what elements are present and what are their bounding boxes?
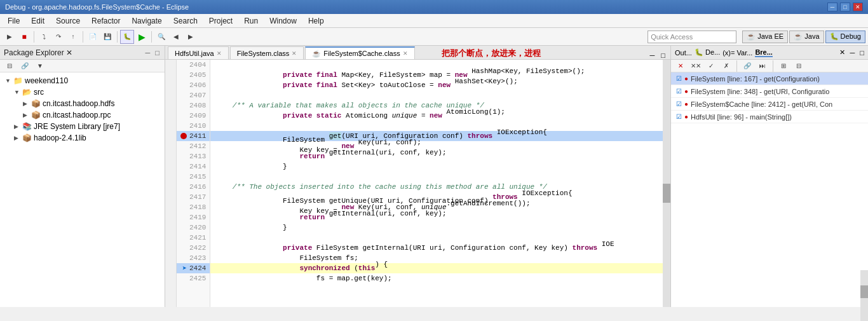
java-ee-perspective[interactable]: ☕ Java EE xyxy=(742,31,788,43)
keyword: return xyxy=(299,214,325,221)
menu-item-file[interactable]: File xyxy=(3,15,25,27)
menu-item-search[interactable]: Search xyxy=(168,15,203,27)
output-tab[interactable]: Out... xyxy=(675,49,692,57)
remove-breakpoint-button[interactable]: ✕ xyxy=(674,59,688,73)
expand-icon: ▼ xyxy=(5,78,11,84)
maximize-button[interactable]: □ xyxy=(840,3,850,11)
maximize-editor-icon[interactable]: □ xyxy=(658,51,668,59)
right-scrollbar[interactable] xyxy=(860,270,868,307)
stack-frame-1[interactable]: ☑ ● FileSystem [line: 167] - get(Configu… xyxy=(671,72,868,85)
minimize-panel-icon[interactable]: ─ xyxy=(850,49,855,57)
save-button[interactable]: 💾 xyxy=(100,30,114,44)
menu-item-navigate[interactable]: Navigate xyxy=(126,15,166,27)
tab-close-icon[interactable]: ✕ xyxy=(292,50,297,57)
expand-icon: ▼ xyxy=(14,89,20,95)
expand-icon: ▶ xyxy=(23,100,29,107)
line-num-2419: 2419 xyxy=(177,212,210,222)
minimize-panel-icon[interactable]: ─ xyxy=(144,49,152,57)
minimize-editor-icon[interactable]: ─ xyxy=(648,51,658,59)
link-editor-button[interactable]: 🔗 xyxy=(740,59,754,73)
step-over-button[interactable]: ↷ xyxy=(51,30,65,44)
debug-button[interactable]: 🐛 xyxy=(120,30,134,44)
scroll-thumb[interactable] xyxy=(860,285,868,298)
debug-tab[interactable]: 🐛 De... xyxy=(695,48,720,57)
collapse-all-button[interactable]: ⊟ xyxy=(3,59,17,73)
step-return-button[interactable]: ↑ xyxy=(66,30,80,44)
keyword: static xyxy=(316,112,342,120)
tab-filesystemcache[interactable]: ☕ FileSystem$Cache.class ✕ xyxy=(305,46,414,59)
breakpoints-tab[interactable]: Bre... xyxy=(755,48,773,57)
skip-breakpoints-button[interactable]: ⏭ xyxy=(756,59,770,73)
tree-item-weekend110[interactable]: ▼ 📁 weekend110 xyxy=(0,75,165,86)
step-into-button[interactable]: ⤵ xyxy=(37,30,51,44)
tab-label: FileSystem$Cache.class xyxy=(323,50,400,57)
menu-item-project[interactable]: Project xyxy=(204,15,238,27)
tab-close-icon[interactable]: ✕ xyxy=(217,50,222,57)
menu-item-refactor[interactable]: Refactor xyxy=(86,15,125,27)
search-button[interactable]: 🔍 xyxy=(154,30,168,44)
next-button[interactable]: ▶ xyxy=(184,30,198,44)
line-num-2408: 2408 xyxy=(177,100,210,111)
new-button[interactable]: 📄 xyxy=(86,30,100,44)
chinese-annotation: 把那个断点，放进来，进程 xyxy=(442,48,541,59)
scroll-thumb[interactable] xyxy=(663,184,670,203)
tree-item-hadoop-lib[interactable]: ▶ 📦 hadoop-2.4.1lib xyxy=(0,132,165,144)
keyword: private xyxy=(283,112,312,120)
tree-item-src[interactable]: ▼ 📂 src xyxy=(0,86,165,98)
expand-button[interactable]: ⊞ xyxy=(776,59,790,73)
menu-item-source[interactable]: Source xyxy=(51,15,85,27)
line-num-2420: 2420 xyxy=(177,222,210,233)
editor-content[interactable]: 2404 2405 2406 2407 2408 2409 2410 2411 … xyxy=(165,60,670,307)
tab-close-icon[interactable]: ✕ xyxy=(403,50,408,57)
keyword: final xyxy=(316,81,337,89)
tree-item-rpc[interactable]: ▶ 📦 cn.itcast.hadoop.rpc xyxy=(0,109,165,121)
menu-item-help[interactable]: Help xyxy=(303,15,329,27)
separator4 xyxy=(151,31,152,43)
debug-stack-frames: ☑ ● FileSystem [line: 167] - get(Configu… xyxy=(671,72,868,307)
tab-label: HdfsUtil.java xyxy=(175,50,214,57)
keyword: throws xyxy=(573,244,598,252)
italic-text: unique xyxy=(392,112,417,120)
tree-item-label: hadoop-2.4.1lib xyxy=(34,133,86,142)
stack-frame-4[interactable]: ☑ ● HdfsUtil [line: 96] - main(String[]) xyxy=(671,111,868,123)
menu-item-edit[interactable]: Edit xyxy=(26,15,50,27)
link-editor-button[interactable]: 🔗 xyxy=(18,59,32,73)
stop-button[interactable]: ■ xyxy=(17,30,31,44)
view-menu-button[interactable]: ▼ xyxy=(33,59,47,73)
tree-item-hdfs[interactable]: ▶ 📦 cn.itcast.hadoop.hdfs xyxy=(0,98,165,109)
check-icon: ☑ xyxy=(676,113,682,120)
maximize-panel-icon[interactable]: □ xyxy=(154,49,161,57)
keyword: private xyxy=(283,71,312,79)
close-tab-icon[interactable]: ✕ xyxy=(839,48,845,57)
java-perspective[interactable]: ☕ Java xyxy=(789,31,824,43)
enable-button[interactable]: ✓ xyxy=(704,59,718,73)
debug-perspective[interactable]: 🐛 Debug xyxy=(825,31,865,43)
vertical-scrollbar[interactable] xyxy=(663,60,670,307)
minimize-button[interactable]: ─ xyxy=(827,3,837,11)
package-icon: 📦 xyxy=(31,99,41,108)
remove-all-button[interactable]: ✕✕ xyxy=(689,59,703,73)
close-button[interactable]: ✕ xyxy=(853,3,863,11)
stack-frame-3[interactable]: ☑ ● FileSystem$Cache [line: 2412] - get(… xyxy=(671,98,868,111)
tree-item-jre[interactable]: ▶ 📚 JRE System Library [jre7] xyxy=(0,121,165,132)
debug-panel-header: Out... 🐛 De... (x)= Var... Bre... ✕ ─ □ xyxy=(671,46,868,60)
menu-item-run[interactable]: Run xyxy=(239,15,263,27)
tree-item-label: cn.itcast.hadoop.hdfs xyxy=(43,99,114,108)
tab-hdfsutil[interactable]: HdfsUtil.java ✕ xyxy=(168,46,229,59)
prev-button[interactable]: ◀ xyxy=(169,30,183,44)
disable-button[interactable]: ✗ xyxy=(719,59,733,73)
left-margin xyxy=(165,60,177,307)
maximize-panel-icon[interactable]: □ xyxy=(860,49,864,57)
tab-icon: ☕ xyxy=(312,50,321,58)
line-num-2425: 2425 xyxy=(177,273,210,283)
stack-frame-2[interactable]: ☑ ● FileSystem [line: 348] - get(URI, Co… xyxy=(671,85,868,98)
variables-tab[interactable]: (x)= Var... xyxy=(722,49,752,57)
menu-item-window[interactable]: Window xyxy=(264,15,302,27)
quick-access-input[interactable]: Quick Access xyxy=(648,31,736,43)
expand-icon: ▶ xyxy=(23,112,29,118)
tab-filesystem[interactable]: FileSystem.class ✕ xyxy=(230,46,304,59)
resume-button[interactable]: ▶ xyxy=(3,30,17,44)
run-button[interactable]: ▶ xyxy=(135,30,149,44)
collapse-button[interactable]: ⊟ xyxy=(792,59,806,73)
window-controls[interactable]: ─ □ ✕ xyxy=(827,3,863,11)
